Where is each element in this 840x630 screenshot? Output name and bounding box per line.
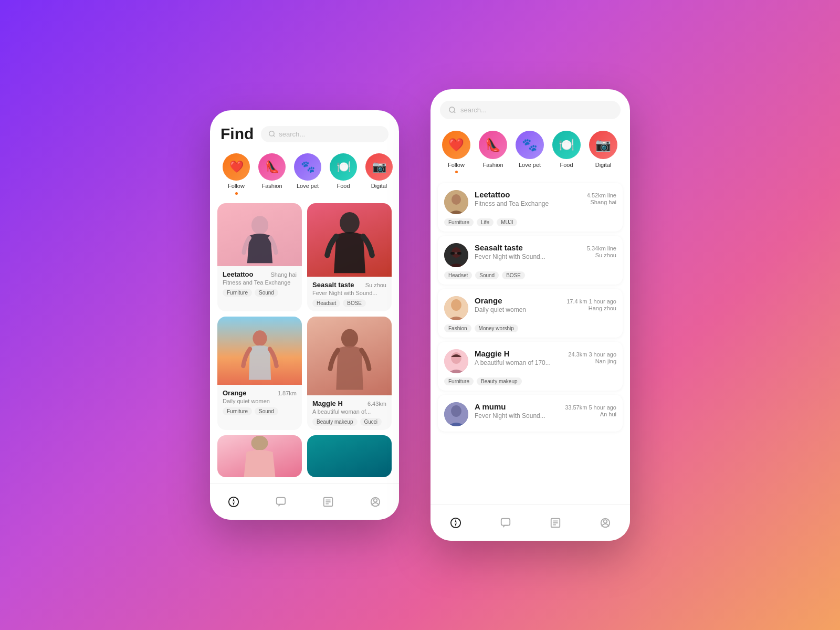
user-dist-leetattoo: 4.52km line (587, 192, 616, 198)
svg-point-17 (449, 107, 455, 112)
cat-icon-follow-right: ❤️ (442, 131, 470, 159)
cat-digital-left[interactable]: 📷 Digital (361, 153, 397, 195)
card-tags-maggie: Beauty makeup Gucci (312, 418, 386, 426)
nav-list-right[interactable] (548, 516, 563, 530)
card-loc-orange: 1.87km (278, 390, 297, 396)
card-body-orange: Orange 1.87km Daily quiet women Furnitur… (217, 385, 302, 419)
avatar-maggie (444, 349, 468, 373)
cat-lovepet-right[interactable]: 🐾 Love pet (511, 131, 548, 173)
user-info-maggie: Maggie H 24.3km 3 hour ago A beautiful w… (475, 349, 616, 366)
user-name-row-orange: Orange 17.4 km 1 hour ago (475, 296, 616, 305)
user-top-leetattoo: Leetattoo 4.52km line Fitness and Tea Ex… (444, 190, 616, 214)
user-item-amumu[interactable]: A mumu 33.57km 5 hour ago Fever Night wi… (438, 395, 623, 432)
cat-icon-fashion-left: 👠 (258, 153, 286, 181)
cat-fashion-right[interactable]: 👠 Fashion (475, 131, 511, 173)
user-item-leetattoo[interactable]: Leetattoo 4.52km line Fitness and Tea Ex… (438, 183, 623, 232)
user-loc-maggie: Nan jing (595, 358, 616, 366)
user-top-maggie: Maggie H 24.3km 3 hour ago A beautiful w… (444, 349, 616, 373)
cat-fashion-left[interactable]: 👠 Fashion (254, 153, 290, 195)
cat-digital-right[interactable]: 📷 Digital (585, 131, 622, 173)
svg-point-5 (341, 329, 358, 347)
right-header: search... (430, 89, 630, 125)
svg-point-26 (451, 299, 461, 311)
tag: Beauty makeup (312, 418, 358, 426)
svg-rect-10 (277, 497, 286, 504)
card-tags-orange: Furniture Sound (223, 407, 297, 415)
cat-label-food-right: Food (560, 162, 573, 168)
nav-compass-left[interactable] (226, 495, 241, 509)
user-item-seasalt[interactable]: Seasalt taste 5.34km line Fever Night wi… (438, 236, 623, 285)
cat-label-food-left: Food (337, 183, 350, 189)
svg-point-33 (455, 522, 457, 524)
nav-compass-right[interactable] (448, 516, 463, 530)
card-orange[interactable]: Orange 1.87km Daily quiet women Furnitur… (217, 317, 302, 430)
card-desc-orange: Daily quiet women (223, 398, 297, 404)
avatar-amumu (444, 402, 468, 426)
cat-follow-right[interactable]: ❤️ Follow (438, 131, 475, 173)
card-name-maggie: Maggie H (312, 400, 343, 407)
nav-profile-left[interactable] (368, 495, 383, 509)
user-name-row-amumu: A mumu 33.57km 5 hour ago (475, 402, 616, 411)
card-desc-seasalt: Fever Night with Sound... (312, 290, 386, 296)
card-partial-5[interactable] (217, 435, 302, 477)
cat-food-left[interactable]: 🍽️ Food (326, 153, 361, 195)
search-icon-right (448, 106, 456, 114)
user-item-maggie[interactable]: Maggie H 24.3km 3 hour ago A beautiful w… (438, 342, 623, 391)
svg-point-30 (451, 405, 461, 417)
cat-lovepet-left[interactable]: 🐾 Love pet (290, 153, 326, 195)
user-item-orange[interactable]: Orange 17.4 km 1 hour ago Daily quiet wo… (438, 289, 623, 338)
user-info-leetattoo: Leetattoo 4.52km line Fitness and Tea Ex… (475, 190, 616, 207)
chat-icon-left (275, 496, 287, 508)
card-partial-6[interactable] (307, 435, 392, 477)
person-figure-2 (313, 207, 385, 277)
nav-chat-left[interactable] (274, 495, 288, 509)
cat-icon-lovepet-left: 🐾 (294, 153, 321, 181)
user-name-row-leetattoo: Leetattoo 4.52km line (475, 190, 616, 199)
card-seasalt[interactable]: Seasalt taste Su zhou Fever Night with S… (307, 203, 392, 311)
cat-follow-left[interactable]: ❤️ Follow (218, 153, 254, 195)
card-loc-maggie: 6.43km (368, 401, 386, 407)
tag: Furniture (444, 377, 474, 385)
tag: Fashion (444, 324, 471, 332)
profile-icon-left (370, 496, 381, 508)
search-icon-left (268, 130, 276, 138)
tag: Gucci (360, 418, 382, 426)
card-maggie[interactable]: Maggie H 6.43km A beautiful woman of... … (307, 317, 392, 430)
user-top-seasalt: Seasalt taste 5.34km line Fever Night wi… (444, 243, 616, 267)
search-bar-right[interactable]: search... (440, 101, 621, 119)
cat-label-digital-left: Digital (371, 183, 387, 189)
nav-profile-right[interactable] (598, 516, 613, 530)
card-leetattoo[interactable]: Leetattoo Shang hai Fitness and Tea Exch… (217, 203, 302, 311)
card-body-maggie: Maggie H 6.43km A beautiful woman of... … (307, 395, 392, 430)
card-name-leetattoo: Leetattoo (223, 270, 254, 278)
chat-icon-right (500, 517, 511, 529)
right-phone: search... ❤️ Follow 👠 Fashion 🐾 Love pet… (430, 89, 630, 541)
cat-food-right[interactable]: 🍽️ Food (548, 131, 585, 173)
user-desc-maggie: A beautiful woman of 170... (475, 359, 551, 366)
avatar-seasalt (444, 243, 468, 267)
svg-point-0 (269, 131, 274, 136)
user-name-row-seasalt: Seasalt taste 5.34km line (475, 243, 616, 252)
cat-icon-follow-left: ❤️ (223, 153, 250, 181)
user-dist-amumu: 33.57km 5 hour ago (565, 404, 616, 411)
cat-label-follow-right: Follow (448, 162, 465, 168)
user-name-seasalt: Seasalt taste (475, 243, 523, 252)
search-bar-left[interactable]: search... (261, 126, 388, 142)
user-dist-orange: 17.4 km 1 hour ago (566, 298, 616, 304)
avatar-leetattoo (444, 190, 468, 214)
user-name-orange: Orange (475, 296, 502, 305)
user-desc-seasalt: Fever Night with Sound... (475, 253, 545, 260)
svg-rect-22 (450, 252, 455, 255)
cat-dot-right (455, 171, 458, 173)
avatar-img-maggie (444, 349, 468, 373)
user-name-leetattoo: Leetattoo (475, 190, 510, 199)
user-loc-seasalt: Su zhou (595, 252, 616, 260)
nav-chat-right[interactable] (498, 516, 513, 530)
user-info-amumu: A mumu 33.57km 5 hour ago Fever Night wi… (475, 402, 616, 419)
card-loc-leetattoo: Shang hai (270, 271, 297, 278)
cat-icon-digital-left: 📷 (365, 153, 393, 181)
nav-list-left[interactable] (321, 495, 335, 509)
list-icon-right (550, 517, 561, 529)
cat-icon-food-left: 🍽️ (330, 153, 357, 181)
card-tags-seasalt: Headset BOSE (312, 299, 386, 307)
